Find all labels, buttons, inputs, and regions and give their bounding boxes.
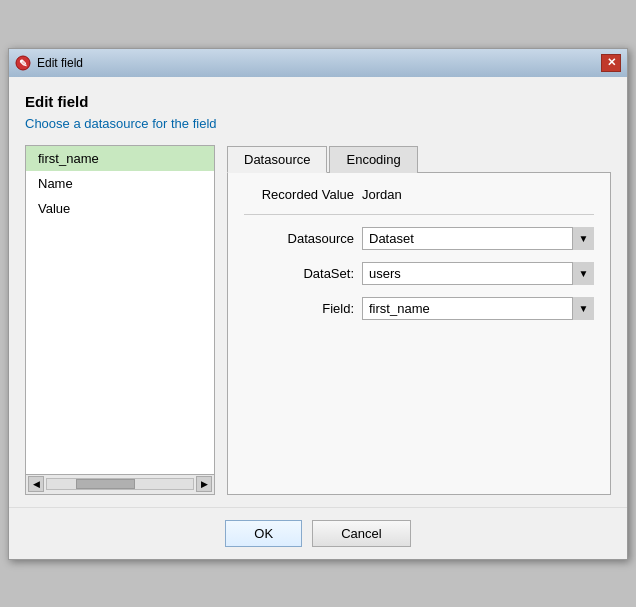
dataset-label: DataSet: — [244, 266, 354, 281]
edit-field-dialog: ✎ Edit field ✕ Edit field Choose a datas… — [8, 48, 628, 560]
dataset-select-wrapper: users orders products ▼ — [362, 262, 594, 285]
title-bar: ✎ Edit field ✕ — [9, 49, 627, 77]
datasource-select[interactable]: Dataset Variable Parameter — [362, 227, 594, 250]
field-row: Field: first_name last_name email ▼ — [244, 297, 594, 320]
datasource-label: Datasource — [244, 231, 354, 246]
tab-datasource[interactable]: Datasource — [227, 146, 327, 173]
recorded-value: Jordan — [362, 187, 402, 202]
scroll-track[interactable] — [46, 478, 194, 490]
close-button[interactable]: ✕ — [601, 54, 621, 72]
tab-content-datasource: Recorded Value Jordan Datasource Dataset… — [227, 173, 611, 495]
dialog-title: Edit field — [25, 93, 611, 110]
scroll-left-arrow[interactable]: ◀ — [28, 476, 44, 492]
right-panel: Datasource Encoding Recorded Value Jorda… — [227, 145, 611, 495]
tabs: Datasource Encoding — [227, 145, 611, 173]
cancel-button[interactable]: Cancel — [312, 520, 410, 547]
dataset-select[interactable]: users orders products — [362, 262, 594, 285]
recorded-value-row: Recorded Value Jordan — [244, 187, 594, 202]
list-item-value[interactable]: Value — [26, 196, 214, 221]
window-title: Edit field — [37, 56, 83, 70]
field-select-wrapper: first_name last_name email ▼ — [362, 297, 594, 320]
left-panel: first_name Name Value ◀ ▶ — [25, 145, 215, 495]
dialog-footer: OK Cancel — [9, 507, 627, 559]
field-select[interactable]: first_name last_name email — [362, 297, 594, 320]
horizontal-scrollbar[interactable]: ◀ ▶ — [26, 474, 214, 494]
list-item-name[interactable]: Name — [26, 171, 214, 196]
main-area: first_name Name Value ◀ ▶ Datasource E — [25, 145, 611, 495]
scroll-right-arrow[interactable]: ▶ — [196, 476, 212, 492]
edit-icon: ✎ — [15, 55, 31, 71]
dialog-content: Edit field Choose a datasource for the f… — [9, 77, 627, 507]
svg-text:✎: ✎ — [19, 58, 27, 69]
recorded-value-label: Recorded Value — [244, 187, 354, 202]
left-panel-items: first_name Name Value — [26, 146, 214, 474]
datasource-row: Datasource Dataset Variable Parameter ▼ — [244, 227, 594, 250]
dialog-subtitle: Choose a datasource for the field — [25, 116, 611, 131]
title-bar-left: ✎ Edit field — [15, 55, 83, 71]
tab-encoding[interactable]: Encoding — [329, 146, 417, 173]
ok-button[interactable]: OK — [225, 520, 302, 547]
list-item-firstname[interactable]: first_name — [26, 146, 214, 171]
dataset-row: DataSet: users orders products ▼ — [244, 262, 594, 285]
divider — [244, 214, 594, 215]
datasource-select-wrapper: Dataset Variable Parameter ▼ — [362, 227, 594, 250]
scroll-thumb — [76, 479, 134, 489]
field-label: Field: — [244, 301, 354, 316]
